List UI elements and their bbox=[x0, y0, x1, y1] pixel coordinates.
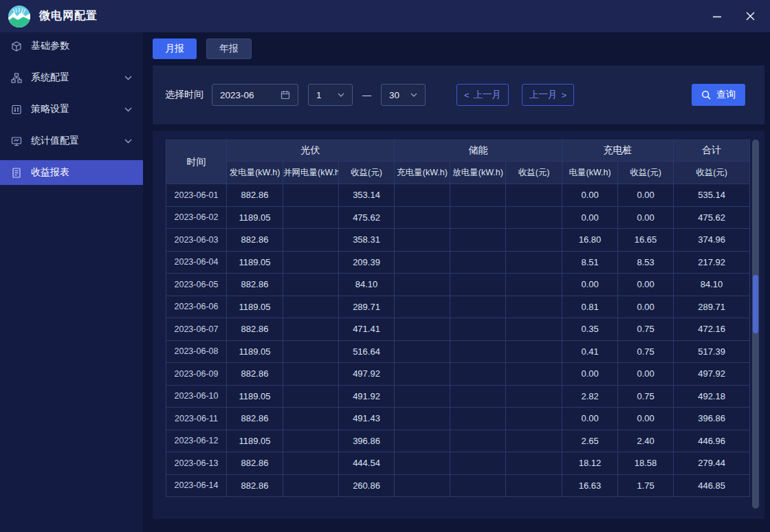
table-cell: 18.12 bbox=[562, 452, 618, 475]
close-button[interactable] bbox=[740, 6, 760, 27]
table-cell bbox=[283, 274, 339, 296]
app-logo-icon bbox=[8, 5, 30, 27]
column-header: 电量(kW.h) bbox=[562, 162, 618, 184]
table-cell bbox=[283, 385, 339, 408]
sidebar-item-strategy-settings[interactable]: 策略设置 bbox=[0, 97, 143, 122]
table-cell: 396.86 bbox=[339, 430, 395, 452]
table-cell: 444.54 bbox=[339, 452, 395, 475]
table-cell: 16.63 bbox=[562, 474, 618, 497]
tab-monthly[interactable]: 月报 bbox=[153, 38, 197, 59]
search-icon bbox=[701, 90, 712, 100]
table-cell bbox=[450, 408, 506, 430]
table-cell: 516.64 bbox=[339, 340, 395, 363]
sidebar-item-label: 统计值配置 bbox=[31, 135, 79, 147]
table-cell: 0.41 bbox=[562, 340, 618, 363]
table-cell: 2023-06-09 bbox=[166, 363, 227, 386]
chevron-left-icon: < bbox=[464, 90, 470, 100]
table-cell bbox=[395, 296, 450, 318]
table-cell: 353.14 bbox=[339, 184, 395, 207]
sidebar-item-basic-params[interactable]: 基础参数 bbox=[0, 34, 143, 58]
table-cell bbox=[283, 363, 339, 386]
table-cell bbox=[450, 385, 506, 408]
table-cell bbox=[395, 385, 450, 408]
table-cell: 882.86 bbox=[227, 452, 283, 475]
table-row: 2023-06-14882.86260.8616.631.75446.85 bbox=[166, 474, 750, 497]
table-cell bbox=[395, 184, 450, 207]
table-cell: 0.00 bbox=[618, 408, 674, 430]
table-cell: 84.10 bbox=[674, 274, 750, 296]
tab-yearly[interactable]: 年报 bbox=[206, 38, 252, 59]
table-cell: 8.53 bbox=[618, 251, 674, 274]
table-cell: 882.86 bbox=[227, 229, 283, 252]
scrollbar-thumb[interactable] bbox=[753, 275, 758, 333]
table-cell bbox=[395, 474, 450, 497]
sidebar-item-system-config[interactable]: 系统配置 bbox=[0, 65, 143, 90]
table-cell bbox=[395, 363, 450, 386]
month-picker[interactable]: 2023-06 bbox=[212, 84, 298, 106]
table-cell bbox=[506, 408, 562, 430]
table-cell: 260.86 bbox=[339, 474, 395, 497]
table-cell: 0.00 bbox=[562, 363, 618, 386]
calendar-icon bbox=[280, 90, 290, 100]
query-button[interactable]: 查询 bbox=[692, 84, 745, 106]
table-cell: 396.86 bbox=[674, 408, 750, 430]
table-cell: 1189.05 bbox=[227, 296, 283, 318]
network-icon bbox=[11, 72, 23, 84]
table-cell: 8.51 bbox=[562, 251, 618, 274]
table-cell bbox=[506, 184, 562, 207]
table-cell bbox=[506, 251, 562, 274]
table-cell bbox=[395, 340, 450, 363]
table-cell bbox=[506, 363, 562, 386]
table-cell: 1189.05 bbox=[227, 340, 283, 363]
filter-panel: 选择时间 2023-06 1 — 30 bbox=[153, 65, 764, 124]
table-row: 2023-06-13882.86444.5418.1218.58279.44 bbox=[166, 452, 750, 475]
table-cell: 535.14 bbox=[674, 184, 750, 207]
table-cell bbox=[506, 296, 562, 318]
table-cell bbox=[283, 184, 339, 207]
table-cell: 2023-06-12 bbox=[166, 430, 227, 452]
prev-month-button[interactable]: < 上一月 bbox=[456, 84, 509, 106]
table-cell: 2023-06-14 bbox=[166, 474, 227, 497]
table-cell: 0.81 bbox=[562, 296, 618, 318]
table-cell: 0.00 bbox=[618, 274, 674, 296]
sidebar-item-label: 策略设置 bbox=[31, 103, 69, 115]
day-start-select[interactable]: 1 bbox=[308, 84, 353, 106]
table-row: 2023-06-101189.05491.922.820.75492.18 bbox=[166, 385, 750, 408]
minimize-button[interactable] bbox=[707, 6, 727, 27]
table-cell bbox=[506, 206, 562, 229]
cube-icon bbox=[11, 41, 23, 52]
table-cell: 0.00 bbox=[618, 363, 674, 386]
table-row: 2023-06-09882.86497.920.000.00497.92 bbox=[166, 363, 750, 386]
next-month-button[interactable]: 上一月 > bbox=[522, 84, 574, 106]
table-cell bbox=[395, 229, 450, 252]
column-header: 收益(元) bbox=[506, 162, 562, 184]
table-scrollbar[interactable] bbox=[752, 140, 759, 509]
sidebar: 基础参数系统配置策略设置统计值配置收益报表 bbox=[0, 32, 143, 532]
chevron-down-icon bbox=[410, 93, 417, 97]
chevron-right-icon: > bbox=[561, 90, 566, 100]
sidebar-item-revenue-report[interactable]: 收益报表 bbox=[0, 160, 143, 185]
table-cell: 2023-06-01 bbox=[166, 184, 227, 207]
table-cell bbox=[450, 430, 506, 452]
sidebar-item-stats-config[interactable]: 统计值配置 bbox=[0, 129, 143, 153]
column-header: 放电量(kW.h) bbox=[450, 162, 506, 184]
table-cell: 0.75 bbox=[618, 318, 674, 341]
table-cell: 497.92 bbox=[339, 363, 395, 386]
table-cell bbox=[283, 474, 339, 497]
table-cell bbox=[283, 452, 339, 475]
column-group-header: 充电桩 bbox=[562, 140, 674, 162]
day-end-select[interactable]: 30 bbox=[381, 84, 426, 106]
table-cell bbox=[283, 251, 339, 274]
table-cell bbox=[395, 251, 450, 274]
select-time-label: 选择时间 bbox=[165, 89, 204, 101]
chevron-down-icon bbox=[124, 107, 132, 112]
table-cell: 491.43 bbox=[339, 408, 395, 430]
monitor-icon bbox=[11, 135, 23, 147]
table-cell: 491.92 bbox=[339, 385, 395, 408]
table-cell bbox=[395, 274, 450, 296]
table-cell: 497.92 bbox=[674, 363, 750, 386]
table-cell bbox=[283, 430, 339, 452]
table-cell: 2023-06-04 bbox=[166, 251, 227, 274]
column-header: 收益(元) bbox=[339, 162, 395, 184]
table-cell: 1.75 bbox=[618, 474, 674, 497]
